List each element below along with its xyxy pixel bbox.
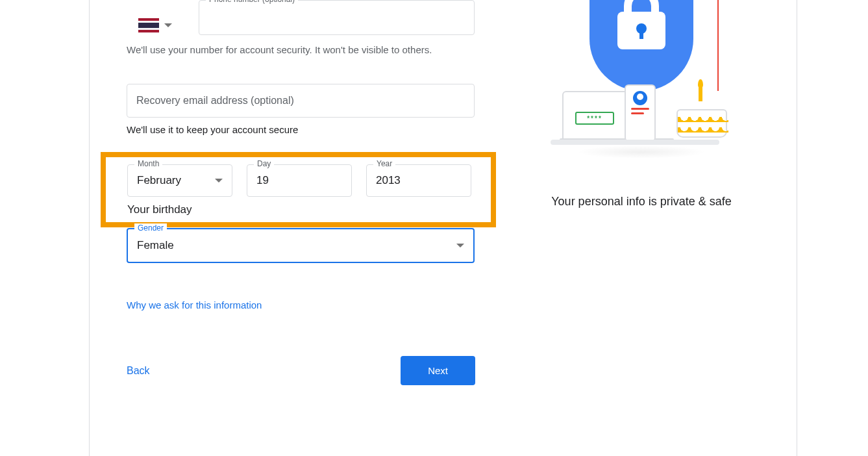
year-label: Year — [373, 159, 395, 168]
phone-helper: We'll use your number for account securi… — [127, 43, 475, 58]
recovery-helper: We'll use it to keep your account secure — [127, 123, 475, 138]
year-input-wrapper: Year — [366, 164, 471, 197]
gender-value: Female — [137, 239, 174, 252]
gender-label: Gender — [134, 223, 167, 233]
laptop-password-text: **** — [575, 112, 614, 125]
thailand-flag-icon — [138, 18, 159, 32]
phone-input-wrapper: Phone number (optional) — [199, 0, 475, 35]
day-input-wrapper: Day — [247, 164, 352, 197]
month-value: February — [137, 174, 181, 187]
birthday-highlight-box: Month February Day — [101, 152, 496, 227]
phone-input[interactable] — [199, 1, 474, 34]
cake-icon — [676, 97, 727, 138]
privacy-illustration: **** — [551, 0, 732, 156]
birthday-caption: Your birthday — [127, 203, 469, 216]
month-select[interactable]: February — [128, 165, 232, 196]
form-column: Phone number (optional) We'll use your n… — [127, 0, 475, 385]
phone-row: Phone number (optional) — [127, 0, 475, 38]
gender-select-wrapper: Gender Female — [127, 228, 475, 263]
chevron-down-icon — [456, 244, 464, 247]
illustration-column: **** Your — [518, 0, 765, 209]
phone-icon — [625, 84, 656, 142]
why-we-ask-link[interactable]: Why we ask for this information — [127, 299, 475, 310]
recovery-email-input[interactable] — [127, 84, 474, 117]
privacy-tagline: Your personal info is private & safe — [518, 195, 765, 209]
chevron-down-icon — [164, 23, 172, 27]
button-row: Back Next — [127, 356, 475, 385]
chevron-down-icon — [215, 179, 223, 183]
birthday-row: Month February Day — [127, 164, 469, 197]
day-input[interactable] — [247, 165, 351, 196]
year-input[interactable] — [367, 165, 471, 196]
gender-select[interactable]: Female — [128, 229, 473, 262]
month-select-wrapper: Month February — [127, 164, 232, 197]
next-button[interactable]: Next — [401, 356, 475, 385]
day-label: Day — [254, 159, 274, 168]
country-code-selector[interactable] — [138, 18, 172, 32]
gender-block: Gender Female — [127, 228, 475, 263]
signup-card: Phone number (optional) We'll use your n… — [89, 0, 797, 456]
month-label: Month — [134, 159, 162, 168]
recovery-block: We'll use it to keep your account secure — [127, 84, 475, 138]
shield-icon — [589, 0, 693, 91]
phone-label: Phone number (optional) — [206, 0, 298, 4]
plate-icon — [551, 140, 719, 145]
laptop-icon: **** — [562, 91, 634, 140]
back-button[interactable]: Back — [127, 360, 150, 382]
recovery-input-wrapper — [127, 84, 475, 118]
